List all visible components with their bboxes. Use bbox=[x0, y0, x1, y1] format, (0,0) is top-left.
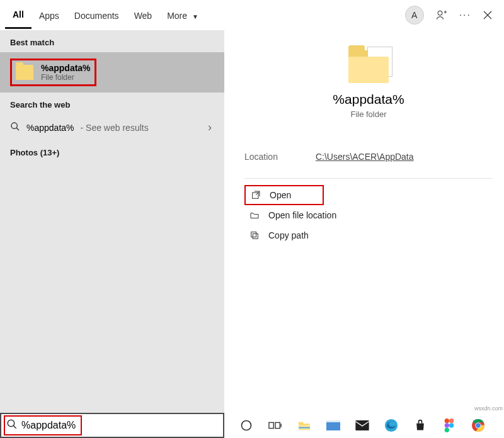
svg-rect-10 bbox=[299, 427, 310, 429]
svg-rect-8 bbox=[275, 422, 280, 428]
chevron-right-icon: › bbox=[208, 121, 214, 134]
open-icon bbox=[251, 190, 261, 200]
svg-rect-4 bbox=[251, 232, 256, 237]
location-row: Location C:\Users\ACER\AppData bbox=[244, 147, 493, 178]
results-panel: Best match %appdata% File folder Search … bbox=[0, 30, 224, 413]
svg-point-18 bbox=[449, 423, 454, 427]
svg-point-0 bbox=[438, 11, 442, 15]
svg-rect-13 bbox=[355, 420, 369, 430]
store-icon[interactable] bbox=[412, 417, 428, 434]
tab-documents[interactable]: Documents bbox=[67, 3, 127, 28]
cortana-icon[interactable] bbox=[238, 417, 255, 434]
svg-rect-3 bbox=[253, 233, 258, 239]
detail-subtitle: File folder bbox=[244, 110, 493, 119]
tab-more[interactable]: More ▼ bbox=[159, 3, 206, 28]
user-avatar[interactable]: A bbox=[405, 6, 424, 25]
svg-point-17 bbox=[445, 423, 449, 427]
task-view-icon[interactable] bbox=[267, 417, 284, 434]
folder-icon bbox=[16, 65, 33, 80]
web-result[interactable]: %appdata% - See web results › bbox=[0, 115, 224, 140]
search-icon bbox=[6, 418, 18, 432]
watermark: wsxdn.com bbox=[474, 405, 503, 412]
action-open[interactable]: Open bbox=[244, 185, 324, 205]
action-list: Open Open file location Copy path bbox=[244, 178, 493, 245]
svg-point-5 bbox=[8, 420, 14, 427]
copy-icon bbox=[249, 230, 260, 240]
location-label: Location bbox=[244, 152, 278, 162]
detail-panel: %appdata% File folder Location C:\Users\… bbox=[224, 30, 504, 413]
result-subtitle: File folder bbox=[41, 73, 91, 82]
result-text: %appdata% File folder bbox=[41, 63, 91, 82]
web-hint: - See web results bbox=[81, 123, 149, 133]
section-best-match: Best match bbox=[0, 30, 224, 52]
taskbar bbox=[224, 413, 504, 438]
mail-icon[interactable] bbox=[354, 417, 370, 434]
file-explorer-icon[interactable] bbox=[296, 417, 312, 434]
action-open-label: Open bbox=[270, 190, 291, 200]
close-icon[interactable] bbox=[483, 10, 493, 20]
folder-open-icon bbox=[249, 210, 260, 220]
tab-apps[interactable]: Apps bbox=[32, 3, 67, 28]
action-copy-path[interactable]: Copy path bbox=[244, 225, 493, 245]
svg-point-15 bbox=[445, 418, 449, 423]
edge-icon[interactable] bbox=[383, 417, 399, 434]
svg-point-6 bbox=[242, 421, 251, 430]
svg-point-1 bbox=[11, 123, 17, 128]
svg-point-19 bbox=[445, 428, 449, 432]
action-copy-path-label: Copy path bbox=[268, 230, 309, 240]
tab-web[interactable]: Web bbox=[127, 3, 160, 28]
section-search-web: Search the web bbox=[0, 93, 224, 115]
web-query: %appdata% bbox=[26, 123, 74, 133]
feedback-icon[interactable] bbox=[435, 9, 448, 21]
search-icon bbox=[10, 121, 20, 134]
svg-point-22 bbox=[476, 423, 480, 427]
search-input[interactable] bbox=[21, 420, 218, 431]
search-box[interactable] bbox=[0, 413, 224, 438]
location-path[interactable]: C:\Users\ACER\AppData bbox=[316, 152, 414, 162]
svg-rect-12 bbox=[326, 420, 340, 422]
search-scope-tabs: All Apps Documents Web More ▼ A ··· bbox=[0, 0, 504, 30]
section-photos[interactable]: Photos (13+) bbox=[0, 140, 224, 162]
detail-title: %appdata% bbox=[244, 92, 493, 107]
figma-icon[interactable] bbox=[441, 417, 457, 434]
svg-rect-7 bbox=[269, 422, 273, 428]
action-open-location-label: Open file location bbox=[268, 210, 336, 220]
chrome-icon[interactable] bbox=[470, 417, 486, 434]
svg-point-16 bbox=[449, 418, 454, 423]
tab-all[interactable]: All bbox=[5, 1, 32, 29]
top-actions: A ··· bbox=[405, 6, 499, 25]
bottom-bar bbox=[0, 413, 504, 438]
more-options-icon[interactable]: ··· bbox=[459, 9, 471, 21]
app-blue-icon[interactable] bbox=[325, 417, 341, 434]
chevron-down-icon: ▼ bbox=[192, 13, 198, 20]
folder-large-icon bbox=[348, 50, 389, 83]
action-open-location[interactable]: Open file location bbox=[244, 205, 493, 225]
result-title: %appdata% bbox=[41, 63, 91, 73]
result-best-match[interactable]: %appdata% File folder bbox=[0, 52, 224, 93]
tab-more-label: More bbox=[167, 11, 187, 21]
